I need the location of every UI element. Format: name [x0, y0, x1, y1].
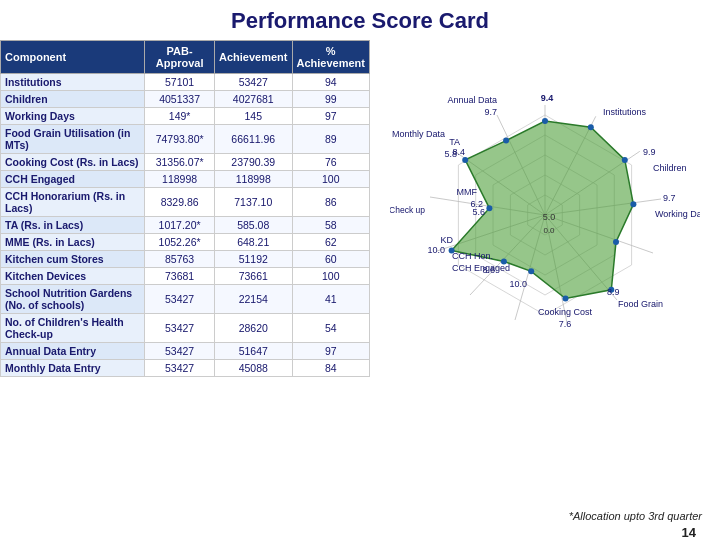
svg-text:10.0: 10.0 [509, 279, 527, 289]
svg-point-21 [622, 157, 628, 163]
row-component: School Nutrition Gardens (No. of schools… [1, 285, 145, 314]
svg-text:Health Check up: Health Check up [390, 205, 425, 215]
table-row: TA (Rs. in Lacs)1017.20*585.0858 [1, 217, 370, 234]
row-value: 97 [292, 343, 370, 360]
row-value: 58 [292, 217, 370, 234]
row-value: 100 [292, 268, 370, 285]
row-value: 57101 [145, 74, 215, 91]
row-component: MME (Rs. in Lacs) [1, 234, 145, 251]
svg-text:TA: TA [449, 137, 460, 147]
row-component: Kitchen Devices [1, 268, 145, 285]
svg-text:9.7: 9.7 [663, 193, 676, 203]
row-component: Food Grain Utilisation (in MTs) [1, 125, 145, 154]
svg-text:MMF: MMF [457, 187, 478, 197]
svg-text:Annual Data: Annual Data [447, 95, 497, 105]
col-header-pct: %Achievement [292, 41, 370, 74]
svg-text:Children: Children [653, 163, 687, 173]
svg-text:Monthly Data: Monthly Data [392, 129, 445, 139]
radar-chart-section: 5.0 0.0 9.4 Institutions 9.9 Children 9.… [370, 40, 720, 540]
row-value: 74793.80* [145, 125, 215, 154]
row-value: 4027681 [215, 91, 292, 108]
svg-point-31 [503, 138, 509, 144]
table-row: Kitchen cum Stores857635119260 [1, 251, 370, 268]
row-value: 53427 [215, 74, 292, 91]
col-header-achievement: Achievement [215, 41, 292, 74]
row-value: 149* [145, 108, 215, 125]
row-value: 53427 [145, 314, 215, 343]
table-row: No. of Children's Health Check-up5342728… [1, 314, 370, 343]
row-value: 28620 [215, 314, 292, 343]
svg-text:Cooking Cost: Cooking Cost [538, 307, 593, 317]
row-value: 648.21 [215, 234, 292, 251]
row-value: 8329.86 [145, 188, 215, 217]
row-value: 118998 [215, 171, 292, 188]
row-value: 100 [292, 171, 370, 188]
svg-text:7.6: 7.6 [559, 319, 572, 329]
svg-text:8.4: 8.4 [452, 147, 465, 157]
svg-point-30 [462, 157, 468, 163]
svg-text:8.9: 8.9 [607, 287, 620, 297]
row-value: 23790.39 [215, 154, 292, 171]
table-row: Cooking Cost (Rs. in Lacs)31356.07*23790… [1, 154, 370, 171]
row-value: 1052.26* [145, 234, 215, 251]
row-value: 94 [292, 74, 370, 91]
row-value: 585.08 [215, 217, 292, 234]
svg-text:CCH Engaged: CCH Engaged [452, 263, 510, 273]
row-value: 51192 [215, 251, 292, 268]
row-value: 66611.96 [215, 125, 292, 154]
row-value: 99 [292, 91, 370, 108]
table-row: Kitchen Devices7368173661100 [1, 268, 370, 285]
svg-text:Institutions: Institutions [603, 107, 647, 117]
row-value: 53427 [145, 285, 215, 314]
svg-text:0.0: 0.0 [543, 226, 555, 235]
row-value: 118998 [145, 171, 215, 188]
table-row: MME (Rs. in Lacs)1052.26*648.2162 [1, 234, 370, 251]
svg-text:5.0: 5.0 [543, 212, 556, 222]
row-value: 84 [292, 360, 370, 377]
svg-text:Working Days: Working Days [655, 209, 700, 219]
page-title: Performance Score Card [0, 0, 720, 40]
row-value: 54 [292, 314, 370, 343]
row-value: 73661 [215, 268, 292, 285]
row-value: 73681 [145, 268, 215, 285]
svg-text:10.0: 10.0 [427, 245, 445, 255]
svg-text:9.9: 9.9 [643, 147, 656, 157]
table-row: School Nutrition Gardens (No. of schools… [1, 285, 370, 314]
svg-point-22 [630, 201, 636, 207]
svg-text:Food Grain: Food Grain [618, 299, 663, 309]
row-component: Cooking Cost (Rs. in Lacs) [1, 154, 145, 171]
row-component: CCH Engaged [1, 171, 145, 188]
row-value: 53427 [145, 343, 215, 360]
svg-point-23 [613, 239, 619, 245]
row-value: 31356.07* [145, 154, 215, 171]
row-component: Annual Data Entry [1, 343, 145, 360]
col-header-component: Component [1, 41, 145, 74]
table-row: CCH Honorarium (Rs. in Lacs)8329.867137.… [1, 188, 370, 217]
row-value: 60 [292, 251, 370, 268]
col-header-pab: PAB-Approval [145, 41, 215, 74]
row-component: No. of Children's Health Check-up [1, 314, 145, 343]
svg-text:8.6: 8.6 [482, 265, 495, 275]
row-value: 76 [292, 154, 370, 171]
svg-point-25 [563, 296, 569, 302]
table-row: Working Days149*14597 [1, 108, 370, 125]
row-component: Monthly Data Entry [1, 360, 145, 377]
table-row: CCH Engaged118998118998100 [1, 171, 370, 188]
row-value: 7137.10 [215, 188, 292, 217]
row-value: 145 [215, 108, 292, 125]
row-component: Institutions [1, 74, 145, 91]
footnote: *Allocation upto 3rd quarter [569, 510, 702, 522]
row-value: 1017.20* [145, 217, 215, 234]
radar-chart: 5.0 0.0 9.4 Institutions 9.9 Children 9.… [390, 50, 700, 400]
svg-text:9.7: 9.7 [484, 107, 497, 117]
table-row: Annual Data Entry534275164797 [1, 343, 370, 360]
row-component: Working Days [1, 108, 145, 125]
page-number: 14 [682, 525, 696, 540]
row-component: TA (Rs. in Lacs) [1, 217, 145, 234]
row-component: Children [1, 91, 145, 108]
svg-text:9.4: 9.4 [541, 93, 554, 103]
performance-table: Component PAB-Approval Achievement %Achi… [0, 40, 370, 540]
row-value: 4051337 [145, 91, 215, 108]
row-component: Kitchen cum Stores [1, 251, 145, 268]
svg-text:CCH Hon.: CCH Hon. [452, 251, 493, 261]
